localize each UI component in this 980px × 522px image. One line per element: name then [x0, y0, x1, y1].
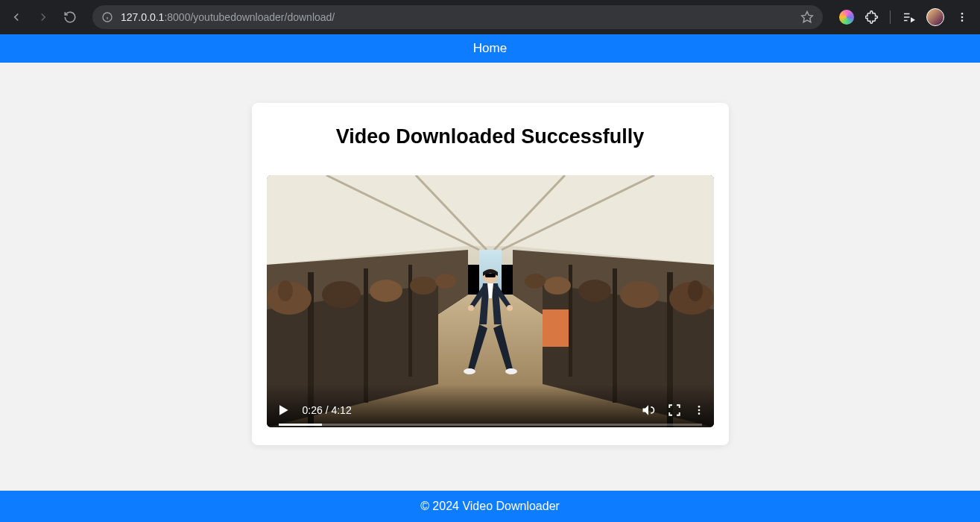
svg-point-10 — [961, 19, 964, 22]
browser-chrome: 127.0.0.1:8000/youtubedownloader/downloa… — [0, 0, 980, 34]
result-card: Video Downloaded Successfully — [252, 103, 729, 445]
site-info-icon[interactable] — [101, 11, 113, 23]
chrome-toolbar-right — [835, 8, 974, 26]
page-footer: © 2024 Video Downloader — [0, 491, 980, 522]
forward-button[interactable] — [33, 7, 54, 28]
svg-rect-24 — [364, 268, 368, 403]
svg-point-33 — [410, 277, 437, 295]
nav-link-home[interactable]: Home — [473, 41, 507, 56]
extension-ai-icon[interactable] — [839, 10, 854, 25]
svg-point-9 — [961, 16, 964, 19]
svg-rect-27 — [613, 268, 617, 403]
svg-point-47 — [464, 368, 475, 374]
svg-point-31 — [322, 281, 361, 308]
extensions-icon[interactable] — [864, 10, 879, 25]
svg-point-40 — [525, 274, 546, 289]
fullscreen-button[interactable] — [668, 403, 681, 417]
svg-point-39 — [544, 277, 571, 295]
address-bar[interactable]: 127.0.0.1:8000/youtubedownloader/downloa… — [92, 5, 823, 29]
svg-point-45 — [468, 305, 474, 311]
page-nav-bar: Home — [0, 34, 980, 63]
svg-rect-41 — [543, 309, 569, 347]
bookmark-star-icon[interactable] — [800, 10, 814, 24]
svg-marker-3 — [802, 12, 813, 22]
video-player[interactable]: 0:26 / 4:12 — [267, 175, 714, 427]
media-control-icon[interactable] — [901, 10, 916, 25]
reload-button[interactable] — [60, 7, 80, 28]
svg-marker-7 — [911, 19, 914, 22]
svg-marker-49 — [279, 405, 288, 415]
progress-bar[interactable] — [279, 424, 702, 426]
url-text: 127.0.0.1:8000/youtubedownloader/downloa… — [121, 11, 793, 23]
svg-rect-43 — [485, 274, 496, 277]
svg-point-8 — [961, 13, 964, 15]
time-display: 0:26 / 4:12 — [303, 404, 352, 416]
svg-point-48 — [505, 368, 517, 374]
play-button[interactable] — [276, 403, 291, 418]
video-controls: 0:26 / 4:12 — [267, 384, 714, 427]
svg-point-38 — [578, 280, 611, 302]
svg-point-52 — [698, 412, 700, 415]
volume-button[interactable] — [641, 403, 656, 418]
toolbar-divider — [890, 10, 891, 24]
svg-point-37 — [620, 281, 659, 308]
svg-point-30 — [278, 280, 293, 301]
page-title: Video Downloaded Successfully — [336, 125, 645, 148]
back-button[interactable] — [6, 7, 27, 28]
svg-point-46 — [507, 305, 513, 311]
footer-text: © 2024 Video Downloader — [420, 500, 560, 513]
profile-avatar[interactable] — [926, 8, 944, 26]
svg-point-32 — [370, 280, 402, 302]
svg-point-36 — [688, 280, 703, 301]
svg-point-51 — [698, 409, 700, 412]
chrome-menu-icon[interactable] — [955, 10, 970, 25]
progress-fill — [279, 424, 323, 426]
page-content: Video Downloaded Successfully — [0, 63, 980, 491]
svg-point-50 — [698, 406, 700, 408]
video-menu-icon[interactable] — [693, 404, 705, 416]
svg-point-34 — [435, 274, 456, 289]
